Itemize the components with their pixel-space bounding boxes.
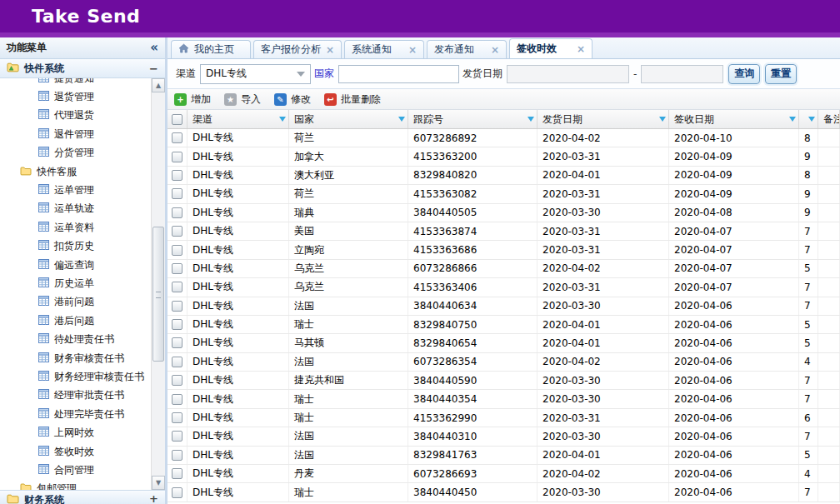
sidebar-item[interactable]: 扣货历史 — [0, 237, 151, 256]
table-row[interactable]: DHL专线瑞士38404403542020-03-302020-04-067 — [168, 390, 840, 408]
table-row[interactable]: DHL专线美国41533638742020-03-312020-04-077 — [168, 222, 840, 241]
filter-icon[interactable] — [398, 117, 405, 122]
sidebar-item[interactable]: 提货通知 — [0, 78, 151, 87]
sidebar-section-finance-system[interactable]: 财务系统 + — [0, 490, 165, 504]
edit-button[interactable]: ✎修改 — [274, 92, 311, 107]
row-checkbox[interactable] — [172, 282, 182, 292]
table-row[interactable]: DHL专线法国83298417632020-04-012020-04-065 — [168, 447, 840, 465]
row-checkbox[interactable] — [172, 394, 182, 405]
select-all-checkbox[interactable] — [172, 114, 182, 125]
table-row[interactable]: DHL专线瑞士41533629902020-03-312020-04-066 — [168, 409, 840, 427]
sidebar-item[interactable]: 包邮管理 — [0, 480, 151, 490]
row-checkbox[interactable] — [172, 487, 182, 498]
row-checkbox[interactable] — [172, 245, 182, 256]
row-checkbox[interactable] — [172, 226, 182, 237]
table-row[interactable]: DHL专线加拿大41533632002020-03-312020-04-099 — [168, 147, 840, 166]
row-checkbox[interactable] — [172, 188, 182, 199]
sidebar-item[interactable]: 处理完毕责任书 — [0, 405, 151, 423]
column-header-tracking[interactable]: 跟踪号 — [408, 110, 538, 128]
row-checkbox[interactable] — [172, 468, 182, 479]
scrollbar-thumb[interactable] — [152, 227, 164, 362]
sidebar-item[interactable]: 签收时效 — [0, 442, 151, 461]
filter-icon[interactable] — [808, 117, 815, 122]
search-button[interactable]: 查询 — [728, 64, 760, 84]
tab[interactable]: 签收时效× — [509, 38, 592, 58]
sidebar-item[interactable]: 退货管理 — [0, 87, 151, 106]
row-checkbox[interactable] — [172, 357, 182, 367]
reset-button[interactable]: 重置 — [765, 64, 797, 84]
row-checkbox[interactable] — [172, 431, 182, 442]
row-checkbox[interactable] — [172, 337, 182, 348]
table-row[interactable]: DHL专线乌克兰60732868662020-04-022020-04-075 — [168, 260, 840, 278]
sidebar-section-express-system[interactable]: 快件系统 − — [0, 59, 165, 78]
tab-close-icon[interactable]: × — [326, 45, 334, 55]
sidebar-item[interactable]: 运单资料 — [0, 218, 151, 237]
collapse-section-icon[interactable]: − — [149, 63, 158, 74]
filter-icon[interactable] — [789, 117, 796, 122]
column-header-days[interactable] — [799, 110, 818, 128]
date-to-input[interactable] — [641, 65, 723, 83]
sidebar-item[interactable]: 财务经理审核责任书 — [0, 367, 151, 386]
row-checkbox[interactable] — [172, 319, 182, 330]
table-row[interactable]: DHL专线法国38404406342020-03-302020-04-067 — [168, 297, 840, 316]
row-checkbox[interactable] — [172, 132, 182, 143]
column-header-remark[interactable]: 备注 — [818, 110, 840, 128]
tab[interactable]: 我的主页 — [171, 40, 251, 58]
expand-section-icon[interactable]: + — [149, 493, 158, 504]
sidebar-item[interactable]: 运单轨迹 — [0, 200, 151, 218]
row-checkbox[interactable] — [172, 170, 182, 181]
table-row[interactable]: DHL专线捷克共和国38404405902020-03-302020-04-06… — [168, 372, 840, 390]
import-button[interactable]: ★导入 — [224, 92, 261, 107]
sidebar-item[interactable]: 合同管理 — [0, 461, 151, 479]
sidebar-item[interactable]: 运单管理 — [0, 181, 151, 199]
batch-delete-button[interactable]: ↩批量删除 — [324, 92, 381, 107]
sidebar-item[interactable]: 港后问题 — [0, 312, 151, 330]
table-row[interactable]: DHL专线澳大利亚83298408202020-04-012020-04-098 — [168, 167, 840, 185]
sidebar-item[interactable]: 分货管理 — [0, 144, 151, 162]
tab[interactable]: 客户报价分析× — [253, 40, 342, 58]
table-row[interactable]: DHL专线瑞士38404404502020-03-302020-04-067 — [168, 483, 840, 502]
channel-select[interactable]: DHL专线 — [200, 64, 311, 84]
date-from-input[interactable] — [507, 65, 629, 83]
row-checkbox[interactable] — [172, 263, 182, 274]
row-checkbox[interactable] — [172, 412, 182, 423]
scrollbar-down-button[interactable]: ▼ — [152, 476, 165, 490]
table-row[interactable]: DHL专线瑞典38404405052020-03-302020-04-089 — [168, 204, 840, 222]
row-checkbox[interactable] — [172, 207, 182, 218]
tab[interactable]: 发布通知× — [427, 40, 507, 58]
sidebar-scrollbar[interactable]: ▲ ▼ — [151, 78, 165, 490]
row-checkbox[interactable] — [172, 375, 182, 386]
table-row[interactable]: DHL专线法国60732863542020-04-022020-04-064 — [168, 353, 840, 372]
table-row[interactable]: DHL专线乌克兰41533634062020-03-312020-04-077 — [168, 278, 840, 297]
scrollbar-up-button[interactable]: ▲ — [152, 78, 165, 92]
table-row[interactable]: DHL专线法国38404403102020-03-302020-04-067 — [168, 427, 840, 446]
column-header-country[interactable]: 国家 — [289, 110, 408, 128]
filter-icon[interactable] — [279, 117, 286, 122]
sidebar-item[interactable]: 偏远查询 — [0, 256, 151, 274]
sidebar-item[interactable]: 上网时效 — [0, 423, 151, 442]
sidebar-item[interactable]: 快件客服 — [0, 162, 151, 181]
sidebar-item[interactable]: 待处理责任书 — [0, 330, 151, 348]
table-row[interactable]: DHL专线荷兰60732868922020-04-022020-04-108 — [168, 129, 840, 147]
column-header-ship_date[interactable]: 发货日期 — [538, 110, 669, 128]
tab-close-icon[interactable]: × — [491, 45, 499, 55]
country-input[interactable] — [338, 65, 459, 83]
tab-close-icon[interactable]: × — [577, 44, 585, 54]
table-row[interactable]: DHL专线瑞士83298407502020-04-012020-04-065 — [168, 316, 840, 334]
column-header-select[interactable] — [168, 110, 188, 128]
column-header-sign_date[interactable]: 签收日期 — [669, 110, 799, 128]
table-row[interactable]: DHL专线荷兰41533630822020-03-312020-04-099 — [168, 185, 840, 203]
row-checkbox[interactable] — [172, 301, 182, 312]
row-checkbox[interactable] — [172, 152, 182, 162]
column-header-channel[interactable]: 渠道 — [188, 110, 289, 128]
tab[interactable]: 系统通知× — [344, 40, 424, 58]
table-row[interactable]: DHL专线丹麦60732866932020-04-022020-04-064 — [168, 465, 840, 483]
sidebar-item[interactable]: 财务审核责任书 — [0, 349, 151, 367]
sidebar-item[interactable]: 代理退货 — [0, 107, 151, 125]
sidebar-item[interactable]: 退件管理 — [0, 125, 151, 143]
sidebar-item[interactable]: 经理审批责任书 — [0, 387, 151, 405]
filter-icon[interactable] — [528, 117, 534, 122]
row-checkbox[interactable] — [172, 450, 182, 461]
sidebar-item[interactable]: 历史运单 — [0, 274, 151, 292]
add-button[interactable]: +增加 — [174, 92, 211, 107]
